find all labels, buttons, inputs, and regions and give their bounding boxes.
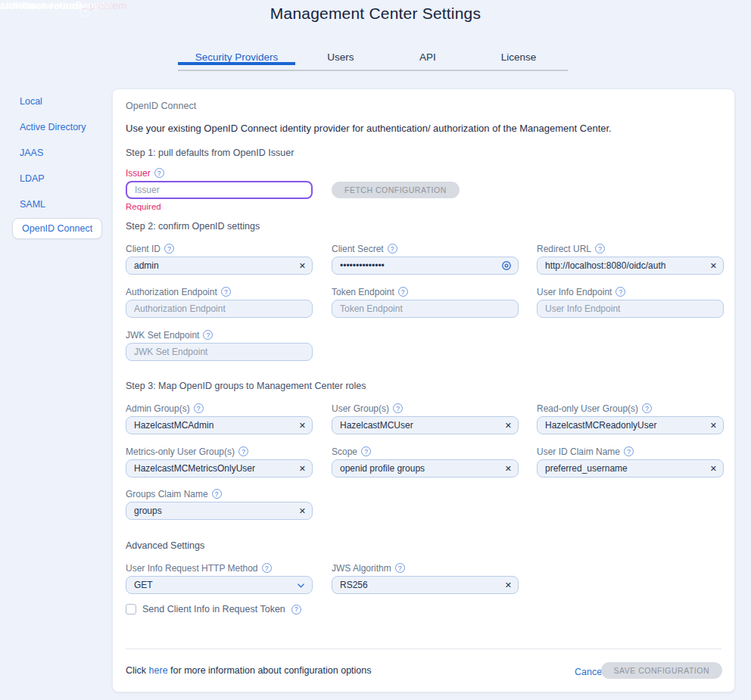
here-link[interactable]: here [149, 665, 168, 676]
help-icon[interactable]: ? [595, 244, 605, 254]
authorization-endpoint-field: Authorization Endpoint? [126, 286, 313, 318]
user-info-endpoint-label: User Info Endpoint [537, 287, 612, 297]
scope-field: Scope? ✕ [332, 446, 519, 478]
help-icon[interactable]: ? [212, 489, 222, 499]
admin-groups-input[interactable] [134, 420, 294, 431]
help-icon[interactable]: ? [388, 244, 397, 254]
authorization-endpoint-input[interactable] [134, 303, 306, 314]
help-icon[interactable]: ? [393, 403, 403, 413]
readonly-groups-field: Read-only User Group(s)? ✕ [537, 403, 724, 434]
fetch-configuration-button[interactable]: FETCH CONFIGURATION [332, 182, 460, 198]
send-client-info-checkbox[interactable] [126, 604, 136, 614]
send-client-info-row: Send Client Info in Request Token ? [126, 604, 301, 614]
user-groups-field: User Group(s)? ✕ [332, 403, 519, 434]
clear-icon[interactable]: ✕ [500, 580, 512, 590]
http-method-label: User Info Request HTTP Method [126, 563, 258, 574]
active-tab-underline [178, 62, 295, 65]
help-icon[interactable]: ? [615, 287, 625, 297]
issuer-label: Issuer ? [126, 167, 313, 179]
issuer-label-text: Issuer [126, 168, 151, 179]
help-icon[interactable]: ? [262, 563, 272, 573]
jwk-set-endpoint-input[interactable] [134, 347, 306, 357]
http-method-field: User Info Request HTTP Method? [126, 562, 313, 594]
help-icon[interactable]: ? [624, 446, 634, 456]
step1-heading: Step 1: pull defaults from OpenID Issuer [126, 148, 294, 158]
openid-connect-panel: OpenID Connect Use your existing OpenID … [112, 89, 735, 692]
tab-api[interactable]: API [386, 51, 469, 63]
clear-icon[interactable]: ✕ [500, 464, 512, 474]
step2-heading: Step 2: confirm OpenID settings [126, 221, 260, 232]
jws-algorithm-label: JWS Algorithm [332, 563, 391, 574]
help-icon[interactable]: ? [194, 403, 204, 413]
user-groups-input[interactable] [340, 420, 500, 431]
scope-label: Scope [332, 446, 357, 457]
scope-input[interactable] [340, 463, 500, 474]
http-method-select[interactable] [126, 576, 313, 594]
step3-heading: Step 3: Map OpenID groups to Management … [126, 381, 366, 391]
user-groups-label: User Group(s) [332, 403, 389, 414]
redirect-url-input[interactable] [545, 260, 706, 271]
cancel-button[interactable]: Cancel [575, 667, 604, 677]
tab-security-providers-label: Security Providers [195, 51, 279, 63]
authorization-endpoint-label: Authorization Endpoint [126, 287, 217, 297]
clear-icon[interactable]: ✕ [294, 421, 306, 431]
help-icon[interactable]: ? [164, 244, 174, 254]
token-endpoint-field: Token Endpoint? [332, 286, 519, 318]
chevron-down-icon[interactable] [291, 580, 306, 590]
readonly-groups-input[interactable] [545, 420, 706, 431]
clear-icon[interactable]: ✕ [294, 464, 306, 474]
clear-icon[interactable]: ✕ [294, 506, 306, 516]
jwk-set-endpoint-label: JWK Set Endpoint [126, 330, 199, 341]
http-method-value [134, 580, 291, 590]
token-endpoint-input[interactable] [340, 303, 512, 314]
tab-users[interactable]: Users [295, 51, 386, 63]
help-icon[interactable]: ? [203, 330, 213, 340]
help-icon[interactable]: ? [395, 563, 405, 573]
help-icon[interactable]: ? [221, 287, 231, 297]
section-title: OpenID Connect [126, 101, 196, 111]
save-configuration-button[interactable]: SAVE CONFIGURATION [601, 662, 722, 679]
section-description: Use your existing OpenID Connect identit… [126, 123, 612, 134]
help-icon[interactable]: ? [154, 168, 164, 178]
client-secret-input[interactable] [340, 260, 497, 271]
user-info-endpoint-input[interactable] [545, 303, 717, 314]
clear-icon[interactable]: ✕ [294, 261, 306, 271]
help-icon[interactable]: ? [291, 605, 301, 614]
send-client-info-label: Send Client Info in Request Token [142, 604, 285, 614]
settings-tab-bar: Security Providers Users API License [178, 51, 568, 71]
issuer-input[interactable] [135, 185, 305, 195]
sidebar-item-jaas[interactable]: JAAS [20, 148, 43, 158]
user-id-claim-input[interactable] [545, 463, 706, 474]
metrics-groups-field: Metrics-only User Group(s)? ✕ [126, 446, 313, 478]
metrics-groups-input[interactable] [134, 463, 294, 474]
tab-license[interactable]: License [469, 51, 568, 63]
sidebar-item-local[interactable]: Local [20, 96, 42, 107]
help-icon[interactable]: ? [398, 287, 408, 297]
jws-algorithm-input[interactable] [340, 580, 500, 590]
eye-icon[interactable] [497, 260, 512, 271]
clear-icon[interactable]: ✕ [706, 261, 717, 271]
help-icon[interactable]: ? [238, 446, 248, 456]
footer-click-prefix: Click [126, 665, 149, 676]
redirect-url-label: Redirect URL [537, 244, 591, 254]
client-id-label: Client ID [126, 244, 160, 254]
clear-icon[interactable]: ✕ [500, 421, 512, 431]
groups-claim-input[interactable] [134, 506, 294, 516]
clear-icon[interactable]: ✕ [706, 464, 717, 474]
footer-divider [126, 649, 721, 649]
issuer-field: Issuer ? Required [126, 167, 313, 211]
sidebar-item-ldap[interactable]: LDAP [20, 173, 45, 184]
help-icon[interactable]: ? [642, 403, 652, 413]
clear-icon[interactable]: ✕ [706, 421, 717, 431]
advanced-settings-heading: Advanced Settings [126, 540, 204, 551]
help-icon[interactable]: ? [361, 446, 371, 456]
sidebar-item-saml[interactable]: SAML [20, 199, 45, 210]
groups-claim-field: Groups Claim Name? ✕ [126, 488, 313, 520]
client-id-input[interactable] [134, 260, 294, 271]
client-secret-field: Client Secret? [332, 243, 519, 275]
tab-security-providers[interactable]: Security Providers [178, 51, 295, 63]
token-endpoint-label: Token Endpoint [332, 287, 394, 297]
sidebar-item-active-directory[interactable]: Active Directory [20, 122, 86, 132]
sidebar-item-openid-connect[interactable]: OpenID Connect [12, 218, 102, 239]
redirect-url-field: Redirect URL? ✕ [537, 243, 724, 275]
